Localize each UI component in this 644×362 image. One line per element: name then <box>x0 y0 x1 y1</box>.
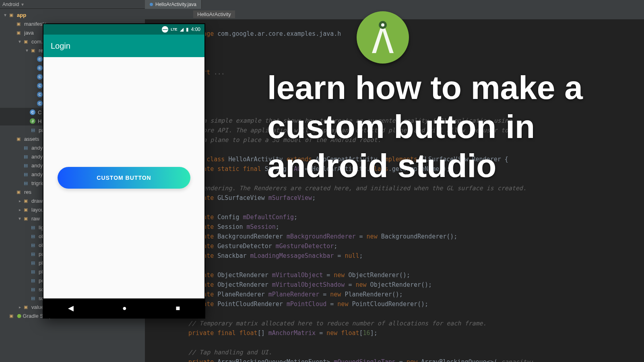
file-icon: ▤ <box>30 251 36 257</box>
tree-app-root[interactable]: app <box>17 12 26 18</box>
folder-icon: ▣ <box>23 38 29 45</box>
class-icon: C <box>37 92 43 97</box>
nav-back-icon[interactable]: ◀ <box>68 304 74 313</box>
breadcrumb-class[interactable]: HelloArActivity <box>193 10 235 18</box>
package-stmt: com.google.ar.core.examples.java.h <box>217 30 341 37</box>
phone-navbar: ◀ ● ■ <box>43 298 204 318</box>
java-file-icon <box>150 3 153 6</box>
class-icon: C <box>37 74 43 80</box>
dropdown-caret-icon: ▾ <box>21 2 24 7</box>
phone-appbar: Login <box>43 35 204 57</box>
file-icon: ▤ <box>23 162 29 169</box>
file-icon: ▤ <box>30 224 36 230</box>
battery-icon: ▮ <box>186 27 189 32</box>
file-icon: ▤ <box>23 144 29 151</box>
folder-icon: ▣ <box>23 215 29 222</box>
folder-icon: ▣ <box>15 136 22 142</box>
custom-button[interactable]: CUSTOM BUTTON <box>58 167 190 189</box>
file-icon: ▤ <box>30 295 36 301</box>
status-time: 4:00 <box>191 27 200 32</box>
folder-icon: ▣ <box>23 206 29 213</box>
signal-icon: ◢ <box>180 27 184 32</box>
android-studio-logo <box>357 11 409 64</box>
project-view-dropdown[interactable]: Android <box>2 2 19 7</box>
lte-icon: LTE <box>171 27 177 31</box>
class-icon: C <box>30 109 35 115</box>
appbar-title: Login <box>51 41 70 51</box>
class-icon: C <box>37 56 43 62</box>
folder-icon: ▣ <box>23 197 29 204</box>
file-icon: ▤ <box>30 242 36 248</box>
file-icon: ▤ <box>30 127 36 133</box>
file-icon: ▤ <box>23 171 29 177</box>
folder-icon: ▣ <box>8 313 14 319</box>
file-icon: ▤ <box>30 286 36 292</box>
file-icon: ▤ <box>30 259 36 266</box>
phone-statusbar: — LTE ◢ ▮ 4:00 <box>43 24 204 35</box>
editor-tab-label: HelloArActivity.java <box>155 2 196 7</box>
svg-point-1 <box>381 23 384 27</box>
folder-icon: ▣ <box>23 304 29 310</box>
tutorial-headline: learn how to make a custom button in and… <box>267 68 613 185</box>
folder-icon: ▣ <box>15 29 22 36</box>
editor-tab-helloar[interactable]: HelloArActivity.java <box>145 0 202 9</box>
class-icon: C <box>37 65 43 71</box>
file-icon: ▤ <box>30 233 36 239</box>
folder-icon: ▣ <box>15 21 22 27</box>
phone-preview: — LTE ◢ ▮ 4:00 Login CUSTOM BUTTON ◀ ● ■ <box>43 24 204 318</box>
java-icon: J <box>30 118 35 124</box>
file-icon: ▤ <box>30 268 36 275</box>
folder-icon: ▣ <box>15 189 22 195</box>
nav-recent-icon[interactable]: ■ <box>175 304 180 313</box>
folder-icon: ▣ <box>30 47 36 53</box>
file-icon: ▤ <box>30 277 36 284</box>
class-icon: C <box>37 83 43 88</box>
dnd-icon: — <box>162 26 168 33</box>
file-icon: ▤ <box>23 180 29 186</box>
file-icon: ▤ <box>23 153 29 160</box>
nav-home-icon[interactable]: ● <box>122 304 127 313</box>
editor-tabs: HelloArActivity.java <box>145 0 644 9</box>
class-icon: C <box>37 101 43 106</box>
